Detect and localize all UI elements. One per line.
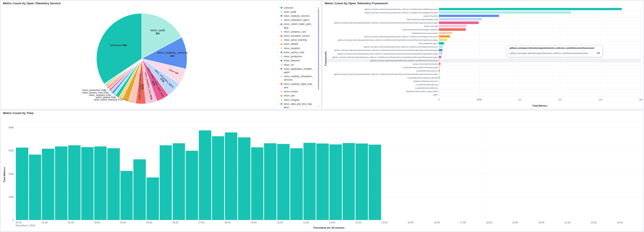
framework-bar-20[interactable]	[439, 73, 440, 75]
legend-item-actions-icon[interactable]: ⋮	[314, 14, 316, 18]
time-bar-12:00[interactable]	[330, 144, 342, 220]
legend-item-relsvr_service_host[interactable]: relsvr_service_host⋮	[280, 50, 316, 54]
time-bar-06:30[interactable]	[186, 151, 198, 220]
legend-item-relsvr_review[interactable]: relsvr_review⋮	[280, 90, 316, 94]
time-bar-12:30[interactable]	[342, 143, 355, 220]
framework-bar-9[interactable]	[439, 35, 450, 38]
time-bar-04:00[interactable]	[120, 171, 133, 220]
legend-item-actions-icon[interactable]: ⋮	[314, 30, 316, 33]
legend-item-relsvr_relativity_legal_hold_apm[interactable]: relsvr_relativity_legal_hold_apm⋮	[280, 82, 316, 90]
legend-scroll-down-icon[interactable]: ▼	[318, 106, 320, 107]
legend-item-relsvr_production[interactable]: relsvr_production⋮	[280, 54, 316, 58]
time-bar-13:30[interactable]	[369, 145, 381, 220]
legend-item-unknown[interactable]: unknown⋮	[280, 6, 316, 10]
legend-item-relsvr_data_grid_text_migration[interactable]: relsvr_data_grid_text_migration⋮	[280, 102, 316, 109]
legend-item-actions-icon[interactable]: ⋮	[314, 34, 316, 37]
legend-item-actions-icon[interactable]: ⋮	[314, 102, 316, 106]
framework-bar-21[interactable]	[439, 76, 440, 79]
framework-bar-2[interactable]	[439, 11, 571, 14]
framework-bar-6[interactable]	[439, 25, 466, 28]
framework-bar-10[interactable]	[439, 39, 447, 41]
time-bar-13:00[interactable]	[356, 144, 368, 220]
legend-item-actions-icon[interactable]: ⋮	[314, 51, 316, 54]
legend-item-actions-icon[interactable]: ⋮	[314, 47, 316, 50]
framework-row: io.opentelemetry.exporters.otlp-http	[328, 76, 640, 80]
time-bar-03:30[interactable]	[107, 148, 120, 220]
legend-item-actions-icon[interactable]: ⋮	[314, 55, 316, 58]
time-bar-07:30[interactable]	[212, 136, 224, 220]
legend-item-relsvr_analytics[interactable]: relsvr_analytics⋮	[280, 46, 316, 50]
time-bar-05:00[interactable]	[146, 178, 159, 220]
framework-bar-17[interactable]	[439, 63, 440, 65]
legend-item-actions-icon[interactable]: ⋮	[314, 67, 316, 70]
legend-item-actions-icon[interactable]: ⋮	[314, 22, 316, 26]
legend-item-relsvr_active_learning[interactable]: relsvr_active_learning⋮	[280, 38, 316, 42]
time-bar-10:00[interactable]	[277, 144, 290, 220]
time-bar-09:00[interactable]	[251, 147, 264, 220]
time-bar-00:00[interactable]	[16, 148, 28, 220]
time-bar-05:30[interactable]	[160, 145, 172, 220]
legend-item-relsvr_imaging[interactable]: relsvr_imaging⋮	[280, 98, 316, 102]
legend-item-actions-icon[interactable]: ⋮	[314, 6, 316, 9]
legend-item-actions-icon[interactable]: ⋮	[314, 59, 316, 62]
time-bar-03:00[interactable]	[94, 146, 107, 220]
framework-bar-13[interactable]	[439, 49, 442, 52]
framework-bar-23[interactable]	[439, 83, 439, 86]
framework-bar-3[interactable]	[439, 15, 499, 17]
legend-item-relsvr_relativity_services[interactable]: relsvr_relativity_services⋮	[280, 14, 316, 18]
legend-item-relsvr_dtsearch[interactable]: relsvr_dtsearch⋮	[280, 58, 316, 63]
time-bar-02:00[interactable]	[68, 145, 80, 220]
legend-item-actions-icon[interactable]: ⋮	[314, 75, 316, 78]
legend-item-relsvr_ocr[interactable]: relsvr_ocr⋮	[280, 63, 316, 67]
legend-item-relsvr_application_installer_agent[interactable]: relsvr_application_installer_agent⋮	[280, 67, 316, 74]
legend-scrollbar[interactable]	[318, 9, 319, 90]
framework-bar-1[interactable]	[439, 8, 622, 10]
legend-scroll-up-icon[interactable]: ▲	[318, 7, 320, 8]
framework-bar-7[interactable]	[439, 28, 466, 31]
time-bar-11:30[interactable]	[316, 144, 329, 220]
legend-item-relsvr_collect_folder_path_data[interactable]: relsvr_collect_folder_path_data⋮	[280, 22, 316, 30]
framework-bar-12[interactable]	[439, 46, 443, 48]
time-bar-09:30[interactable]	[264, 143, 276, 220]
legend-item-actions-icon[interactable]: ⋮	[314, 63, 316, 66]
legend-item-actions-icon[interactable]: ⋮	[314, 42, 316, 46]
framework-bar-8[interactable]	[439, 32, 452, 34]
framework-bar-15[interactable]	[439, 56, 441, 58]
time-bar-01:00[interactable]	[42, 149, 54, 220]
time-bar-02:30[interactable]	[81, 147, 94, 220]
time-bar-01:30[interactable]	[55, 146, 68, 220]
legend-item-actions-icon[interactable]: ⋮	[314, 82, 316, 86]
legend-item-actions-icon[interactable]: ⋮	[314, 94, 316, 97]
framework-bar-14[interactable]	[439, 52, 442, 55]
legend-item-actions-icon[interactable]: ⋮	[314, 98, 316, 102]
framework-bar-4[interactable]	[439, 18, 482, 20]
legend-item-actions-icon[interactable]: ⋮	[314, 10, 316, 13]
framework-bar-18[interactable]	[439, 66, 440, 68]
time-bar-08:30[interactable]	[238, 138, 250, 220]
legend-item-relsvr_default[interactable]: relsvr_default⋮	[280, 42, 316, 46]
framework-bar-22[interactable]	[439, 80, 439, 82]
legend-item-actions-icon[interactable]: ⋮	[314, 90, 316, 93]
time-bar-04:30[interactable]	[133, 159, 146, 220]
framework-bar-5[interactable]	[439, 22, 479, 24]
framework-bar-25[interactable]	[439, 90, 439, 92]
legend-item-relsvr_infrawatch_agent[interactable]: relsvr_infrawatch_agent⋮	[280, 18, 316, 22]
legend-item-actions-icon[interactable]: ⋮	[314, 38, 316, 42]
framework-bar-11[interactable]	[439, 42, 444, 44]
framework-bar-19[interactable]	[439, 70, 440, 72]
legend-item-actions-icon[interactable]: ⋮	[314, 18, 316, 22]
time-bar-10:30[interactable]	[290, 148, 303, 220]
framework-bar-24[interactable]	[439, 87, 439, 89]
legend-item-relsvr_envwatch_service[interactable]: relsvr_envwatch_service⋮	[280, 34, 316, 38]
legend-item-relsvr_relativity_infrawatch_services[interactable]: relsvr_relativity_infrawatch_services⋮	[280, 74, 316, 82]
framework-bar-16[interactable]	[439, 59, 440, 62]
time-bar-00:30[interactable]	[29, 154, 42, 220]
time-bar-11:00[interactable]	[304, 143, 316, 220]
legend-item-relsvr_arm[interactable]: relsvr_arm⋮	[280, 94, 316, 98]
framework-bar-26[interactable]	[439, 94, 439, 96]
legend-item-relsvr_analytics_core[interactable]: relsvr_analytics_core⋮	[280, 30, 316, 34]
time-bar-06:00[interactable]	[173, 143, 185, 220]
legend-item-relsvr_audit[interactable]: relsvr_audit⋮	[280, 10, 316, 14]
time-bar-07:00[interactable]	[199, 130, 211, 220]
time-bar-08:00[interactable]	[225, 132, 237, 220]
